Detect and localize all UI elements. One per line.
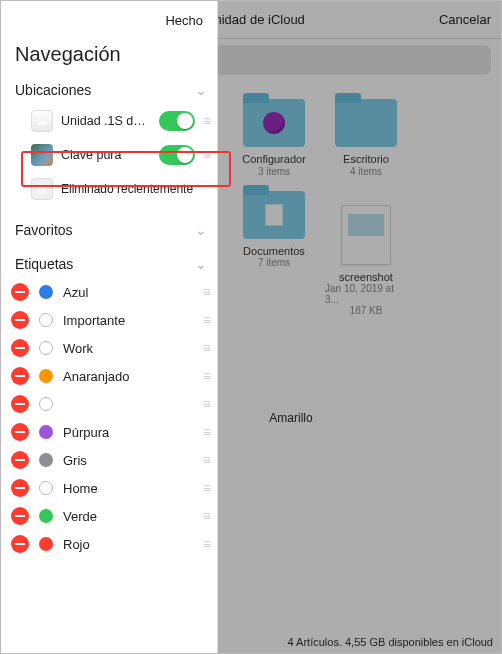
tag-row[interactable]: Anaranjado≡ <box>1 362 217 390</box>
navigation-panel: Hecho Navegación Ubicaciones ⌄ ☁ Unidad … <box>1 1 218 653</box>
tag-label: Home <box>63 481 193 496</box>
remove-icon[interactable] <box>11 367 29 385</box>
drag-handle-icon[interactable]: ≡ <box>203 147 209 163</box>
section-favorites[interactable]: Favoritos ⌄ <box>1 216 217 244</box>
dim-overlay <box>218 1 501 653</box>
toggle-switch[interactable] <box>159 111 195 131</box>
tag-color-icon <box>39 397 53 411</box>
tag-label: Rojo <box>63 537 193 552</box>
tag-row[interactable]: Rojo≡ <box>1 530 217 558</box>
tag-row[interactable]: ≡ <box>1 390 217 418</box>
tag-color-icon <box>39 341 53 355</box>
tag-color-icon <box>39 313 53 327</box>
panel-title: Navegación <box>1 39 217 76</box>
remove-icon[interactable] <box>11 479 29 497</box>
remove-icon[interactable] <box>11 395 29 413</box>
remove-icon[interactable] <box>11 507 29 525</box>
drag-handle-icon[interactable]: ≡ <box>203 396 209 412</box>
tag-row[interactable]: Azul≡ <box>1 278 217 306</box>
tag-label: Azul <box>63 285 193 300</box>
tag-color-icon <box>39 425 53 439</box>
drag-handle-icon[interactable]: ≡ <box>203 452 209 468</box>
tag-label: Verde <box>63 509 193 524</box>
remove-icon[interactable] <box>11 339 29 357</box>
tag-row[interactable]: Púrpura≡ <box>1 418 217 446</box>
section-locations[interactable]: Ubicaciones ⌄ <box>1 76 217 104</box>
remove-icon[interactable] <box>11 451 29 469</box>
tag-label: Work <box>63 341 193 356</box>
trash-icon: 🗑 <box>31 178 53 200</box>
drag-handle-icon[interactable]: ≡ <box>203 424 209 440</box>
tag-color-icon <box>39 481 53 495</box>
drag-handle-icon[interactable]: ≡ <box>203 284 209 300</box>
app-icon <box>31 144 53 166</box>
tag-color-icon <box>39 285 53 299</box>
tag-color-icon <box>39 453 53 467</box>
tag-row[interactable]: Gris≡ <box>1 446 217 474</box>
tag-color-icon <box>39 369 53 383</box>
drag-handle-icon[interactable]: ≡ <box>203 508 209 524</box>
location-row-clavepura[interactable]: Clave pura ≡ <box>1 138 217 172</box>
cloud-icon: ☁ <box>31 110 53 132</box>
chevron-down-icon: ⌄ <box>195 256 207 272</box>
tags-list: Azul≡Importante≡Work≡Anaranjado≡≡Púrpura… <box>1 278 217 558</box>
tag-row[interactable]: Verde≡ <box>1 502 217 530</box>
toggle-switch[interactable] <box>159 145 195 165</box>
section-tags[interactable]: Etiquetas ⌄ <box>1 250 217 278</box>
remove-icon[interactable] <box>11 423 29 441</box>
tag-row[interactable]: Home≡ <box>1 474 217 502</box>
tag-color-icon <box>39 537 53 551</box>
tag-row[interactable]: Work≡ <box>1 334 217 362</box>
tag-label: Anaranjado <box>63 369 193 384</box>
tag-label: Gris <box>63 453 193 468</box>
location-row-trash[interactable]: 🗑 Eliminado recientemente <box>1 172 217 206</box>
location-row-icloud[interactable]: ☁ Unidad .1S de iCloud ≡ <box>1 104 217 138</box>
drag-handle-icon[interactable]: ≡ <box>203 113 209 129</box>
tag-color-icon <box>39 509 53 523</box>
drag-handle-icon[interactable]: ≡ <box>203 340 209 356</box>
remove-icon[interactable] <box>11 283 29 301</box>
drag-handle-icon[interactable]: ≡ <box>203 480 209 496</box>
tag-label: Púrpura <box>63 425 193 440</box>
tag-label: Importante <box>63 313 193 328</box>
tag-row[interactable]: Importante≡ <box>1 306 217 334</box>
drag-handle-icon[interactable]: ≡ <box>203 536 209 552</box>
done-button[interactable]: Hecho <box>165 13 203 28</box>
drag-handle-icon[interactable]: ≡ <box>203 368 209 384</box>
remove-icon[interactable] <box>11 311 29 329</box>
drag-handle-icon[interactable]: ≡ <box>203 312 209 328</box>
chevron-down-icon: ⌄ <box>195 82 207 98</box>
remove-icon[interactable] <box>11 535 29 553</box>
chevron-down-icon: ⌄ <box>195 222 207 238</box>
